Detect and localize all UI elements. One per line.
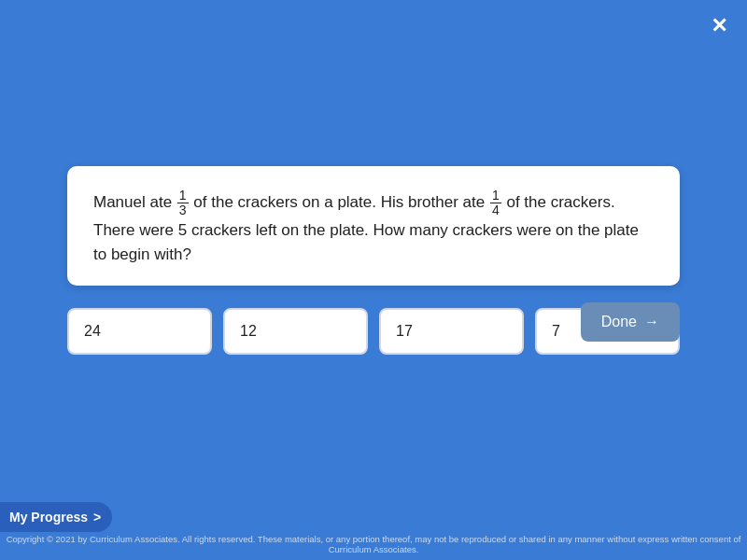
choice-button-0[interactable]: 24 (67, 308, 212, 355)
close-icon: ✕ (711, 16, 727, 36)
choice-button-1[interactable]: 12 (223, 308, 368, 355)
done-button-label: Done (601, 314, 637, 330)
my-progress-chevron: > (93, 510, 101, 525)
choice-button-2[interactable]: 17 (379, 308, 524, 355)
question-text: Manuel ate 13 of the crackers on a plate… (93, 189, 654, 267)
frac2-numerator: 1 (490, 189, 501, 203)
frac1-numerator: 1 (177, 189, 189, 203)
frac2-denominator: 4 (490, 203, 501, 217)
footer: Copyright © 2021 by Curriculum Associate… (0, 534, 747, 554)
fraction-2: 14 (490, 189, 501, 218)
done-button-arrow: → (644, 314, 659, 330)
frac1-denominator: 3 (177, 203, 189, 217)
question-text-between: of the crackers on a plate. His brother … (190, 193, 489, 211)
my-progress-bar[interactable]: My Progress > (0, 502, 112, 532)
question-card: Manuel ate 13 of the crackers on a plate… (67, 166, 680, 286)
done-button[interactable]: Done → (581, 302, 680, 342)
my-progress-label: My Progress (9, 510, 88, 525)
question-text-before-frac1: Manuel ate (93, 193, 176, 211)
fraction-1: 13 (177, 189, 189, 218)
close-button[interactable]: ✕ (706, 13, 732, 39)
